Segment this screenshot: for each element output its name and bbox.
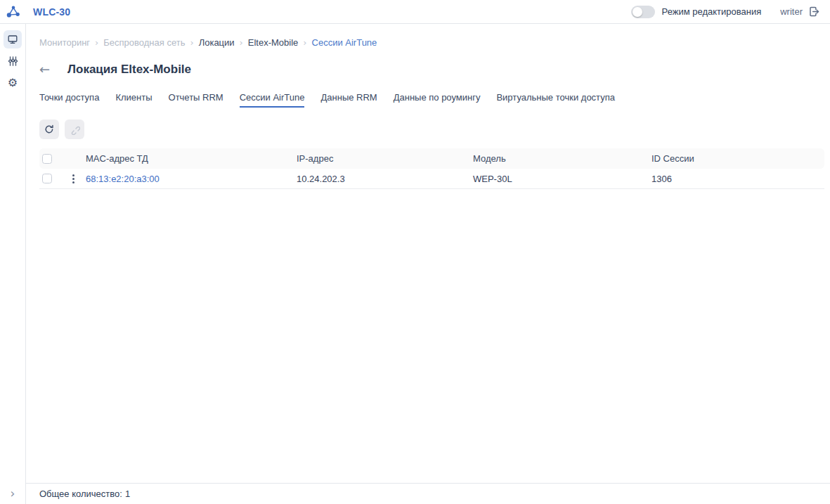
row-menu-kebab-icon[interactable] <box>67 173 79 185</box>
chevron-right-icon: › <box>240 37 243 48</box>
total-count-label: Общее количество: <box>39 489 122 499</box>
table-header-row: MAC-адрес ТД IP-адрес Модель ID Сессии <box>39 148 824 169</box>
unlink-icon <box>70 124 80 135</box>
sessions-table: MAC-адрес ТД IP-адрес Модель ID Сессии 6… <box>39 148 824 189</box>
refresh-button[interactable] <box>39 119 59 139</box>
sidebar-expand-chevron-icon[interactable]: › <box>0 488 25 500</box>
breadcrumb-item-location[interactable]: Eltex-Mobile <box>248 37 299 48</box>
page-title: Локация Eltex-Mobile <box>67 63 191 77</box>
tab-airtune-sessions[interactable]: Сессии AirTune <box>240 92 305 108</box>
gear-icon: ⚙ <box>8 77 18 89</box>
disconnect-session-button[interactable] <box>65 119 84 139</box>
total-count-value: 1 <box>125 489 130 499</box>
sliders-icon <box>8 56 18 67</box>
app-logo-icon <box>6 4 21 20</box>
breadcrumb: Мониторинг › Беспроводная сеть › Локации… <box>39 37 824 48</box>
content: Мониторинг › Беспроводная сеть › Локации… <box>26 24 830 504</box>
select-all-checkbox[interactable] <box>42 154 52 164</box>
sidebar: ⚙ › <box>0 24 26 504</box>
column-header-ip: IP-адрес <box>297 153 473 164</box>
sidebar-item-monitoring[interactable] <box>4 30 22 49</box>
main-area: ⚙ › Мониторинг › Беспроводная сеть › Лок… <box>0 24 830 504</box>
tab-access-points[interactable]: Точки доступа <box>39 92 99 108</box>
row-checkbox[interactable] <box>42 174 52 183</box>
chevron-right-icon: › <box>303 37 306 48</box>
refresh-icon <box>44 124 54 134</box>
tab-roaming-data[interactable]: Данные по роумингу <box>394 92 481 108</box>
model-cell: WEP-30L <box>473 174 651 184</box>
toggle-knob <box>633 7 642 17</box>
tab-rrm-data[interactable]: Данные RRM <box>320 92 377 108</box>
toolbar <box>39 119 824 139</box>
breadcrumb-item-airtune-sessions[interactable]: Сессии AirTune <box>312 37 377 48</box>
username[interactable]: writer <box>780 6 803 17</box>
sidebar-item-configuration[interactable] <box>4 52 22 70</box>
logout-icon[interactable] <box>808 6 820 18</box>
breadcrumb-item-locations[interactable]: Локации <box>199 37 235 48</box>
top-bar: WLC-30 Режим редактирования writer <box>0 0 830 24</box>
breadcrumb-item-monitoring[interactable]: Мониторинг <box>39 37 90 48</box>
session-id-cell: 1306 <box>651 174 824 184</box>
chevron-right-icon: › <box>190 37 193 48</box>
tab-rrm-reports[interactable]: Отчеты RRM <box>169 92 223 108</box>
column-header-model: Модель <box>473 153 651 164</box>
chevron-right-icon: › <box>95 37 98 48</box>
edit-mode-toggle[interactable] <box>631 6 655 18</box>
tab-bar: Точки доступа Клиенты Отчеты RRM Сессии … <box>39 92 824 108</box>
table-row: 68:13:e2:20:a3:00 10.24.202.3 WEP-30L 13… <box>39 169 824 189</box>
column-header-session-id: ID Сессии <box>651 153 824 164</box>
breadcrumb-item-wireless[interactable]: Беспроводная сеть <box>103 37 185 48</box>
mac-address-link[interactable]: 68:13:e2:20:a3:00 <box>86 174 160 184</box>
tab-clients[interactable]: Клиенты <box>115 92 152 108</box>
table-footer: Общее количество: 1 <box>26 483 830 504</box>
app-title: WLC-30 <box>33 6 70 18</box>
sidebar-item-settings[interactable]: ⚙ <box>4 74 22 92</box>
ip-address-cell: 10.24.202.3 <box>297 174 473 184</box>
edit-mode-label: Режим редактирования <box>662 6 762 17</box>
tab-virtual-access-points[interactable]: Виртуальные точки доступа <box>496 92 615 108</box>
back-arrow-icon[interactable]: ← <box>39 63 50 76</box>
column-header-mac: MAC-адрес ТД <box>86 153 297 164</box>
monitor-icon <box>7 34 18 45</box>
